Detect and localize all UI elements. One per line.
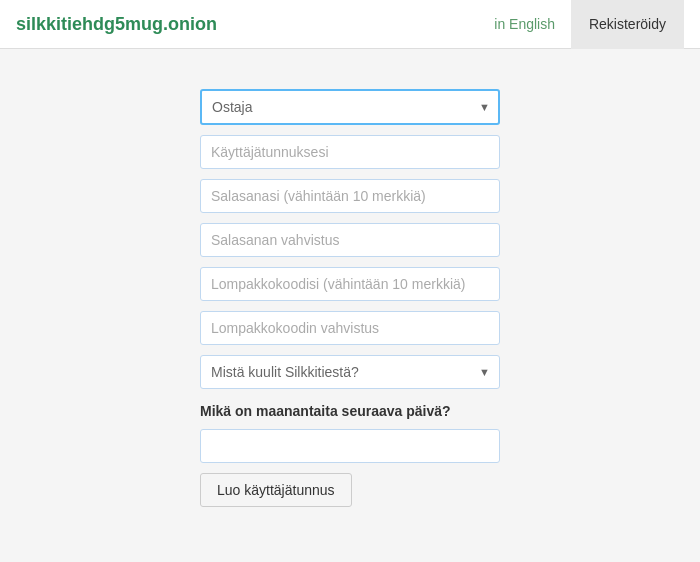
page-header: silkkitiehdg5mug.onion in English Rekist… [0, 0, 700, 49]
header-right: in English Rekisteröidy [478, 0, 684, 49]
password-confirm-input[interactable] [200, 223, 500, 257]
language-link[interactable]: in English [478, 16, 571, 32]
role-select-wrapper: Ostaja Myyjä [200, 89, 500, 125]
captcha-input[interactable] [200, 429, 500, 463]
submit-button[interactable]: Luo käyttäjätunnus [200, 473, 352, 507]
wallet-input[interactable] [200, 267, 500, 301]
captcha-label: Mikä on maanantaita seuraava päivä? [200, 403, 500, 419]
wallet-confirm-input[interactable] [200, 311, 500, 345]
main-content: Ostaja Myyjä Mistä kuulit Silkkitiestä? … [0, 49, 700, 547]
registration-form: Ostaja Myyjä Mistä kuulit Silkkitiestä? … [200, 89, 500, 507]
referral-select[interactable]: Mistä kuulit Silkkitiestä? Google Foorum… [200, 355, 500, 389]
username-input[interactable] [200, 135, 500, 169]
register-button[interactable]: Rekisteröidy [571, 0, 684, 49]
referral-select-wrapper: Mistä kuulit Silkkitiestä? Google Foorum… [200, 355, 500, 389]
role-select[interactable]: Ostaja Myyjä [200, 89, 500, 125]
site-title[interactable]: silkkitiehdg5mug.onion [16, 14, 217, 35]
password-input[interactable] [200, 179, 500, 213]
